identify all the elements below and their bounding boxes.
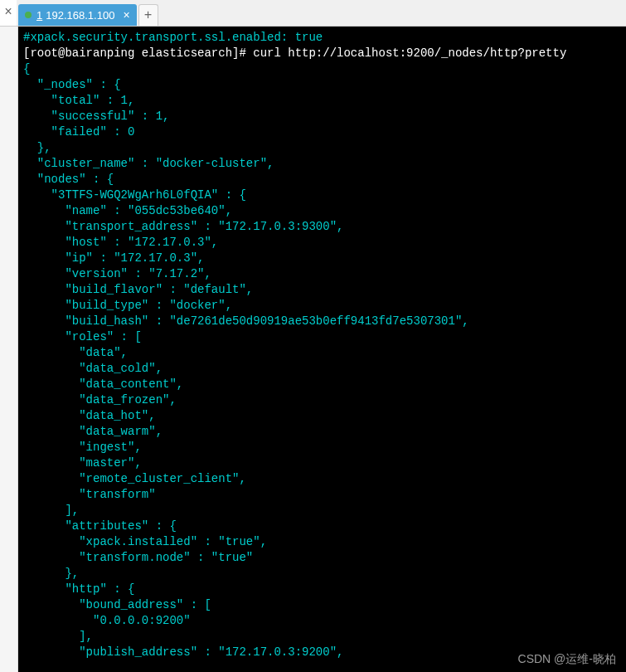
tab-number: 1 (36, 9, 42, 22)
json-line: "data_frozen", (23, 393, 177, 407)
content-wrap: #xpack.security.transport.ssl.enabled: t… (0, 27, 626, 672)
tab-host: 192.168.1.100 (46, 9, 114, 22)
json-line: "data_hot", (23, 409, 156, 422)
json-open: { (23, 62, 30, 75)
sidebar-gutter (0, 27, 18, 672)
tab-label: 1 192.168.1.100 (36, 9, 114, 22)
json-line: "transform" (23, 488, 156, 501)
json-line: "ingest", (23, 441, 142, 454)
json-line: "remote_cluster_client", (23, 472, 246, 485)
json-line: "transform.node" : "true" (23, 551, 253, 564)
json-line: "failed" : 0 (23, 125, 134, 139)
terminal-output[interactable]: #xpack.security.transport.ssl.enabled: t… (18, 27, 626, 672)
json-line: "0.0.0.0:9200" (23, 614, 191, 627)
status-dot-icon (25, 12, 32, 18)
json-line: "build_type" : "docker", (23, 299, 232, 312)
json-line: "ip" : "172.17.0.3", (23, 251, 204, 265)
json-line: "data_warm", (23, 425, 163, 438)
json-line: "nodes" : { (23, 173, 114, 186)
json-line: "data", (23, 346, 128, 359)
json-line: "total" : 1, (23, 94, 134, 107)
json-line: }, (23, 141, 51, 154)
json-line: "3TTFS-WGQ2WgArh6L0fQIA" : { (23, 188, 246, 202)
json-line: }, (23, 567, 79, 580)
command: curl http://localhost:9200/_nodes/http?p… (253, 46, 566, 60)
json-line: "attributes" : { (23, 519, 177, 533)
shell-prompt: [root@bairanping elasticsearch]# (23, 46, 253, 60)
tab-active[interactable]: 1 192.168.1.100 × (18, 4, 137, 26)
json-line: "publish_address" : "172.17.0.3:9200", (23, 645, 343, 659)
prompt-line: [root@bairanping elasticsearch]# curl ht… (23, 46, 566, 60)
json-line: "bound_address" : [ (23, 598, 211, 611)
new-tab-button[interactable]: + (138, 4, 158, 26)
tab-close-icon[interactable]: × (123, 8, 129, 22)
json-line: ], (23, 504, 79, 517)
json-line: "name" : "055dc53be640", (23, 204, 232, 217)
json-line: "xpack.installed" : "true", (23, 535, 267, 548)
json-line: "data_cold", (23, 362, 163, 375)
tab-bar: × 1 192.168.1.100 × + (0, 0, 626, 27)
json-line: "successful" : 1, (23, 110, 169, 123)
json-line: "transport_address" : "172.17.0.3:9300", (23, 220, 343, 233)
config-comment: #xpack.security.transport.ssl.enabled: t… (23, 31, 323, 44)
json-line: "version" : "7.17.2", (23, 267, 211, 280)
json-line: "roles" : [ (23, 330, 142, 343)
json-line: "data_content", (23, 377, 183, 391)
json-line: "http" : { (23, 582, 134, 596)
json-line: "cluster_name" : "docker-cluster", (23, 157, 274, 170)
json-line: "_nodes" : { (23, 78, 121, 91)
json-line: "build_hash" : "de7261de50d90919ae53b0ef… (23, 314, 469, 328)
close-icon[interactable]: × (0, 0, 17, 26)
json-line: "build_flavor" : "default", (23, 283, 253, 296)
json-line: "master", (23, 456, 142, 470)
json-line: ], (23, 630, 93, 643)
json-line: "host" : "172.17.0.3", (23, 236, 218, 249)
